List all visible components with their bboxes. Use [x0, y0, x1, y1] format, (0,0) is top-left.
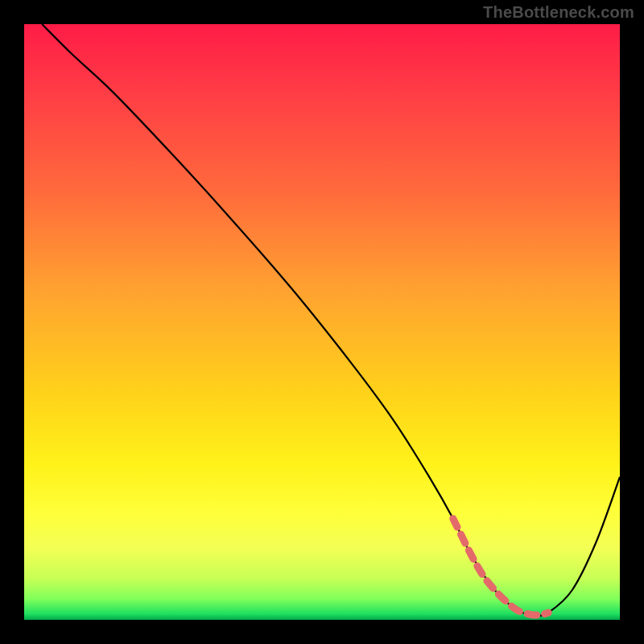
curve-layer: [24, 24, 620, 620]
chart-container: TheBottleneck.com: [0, 0, 644, 644]
watermark-text: TheBottleneck.com: [483, 3, 634, 22]
plot-area: [24, 24, 620, 620]
optimal-range-marker: [453, 518, 548, 615]
bottleneck-curve: [42, 24, 620, 616]
